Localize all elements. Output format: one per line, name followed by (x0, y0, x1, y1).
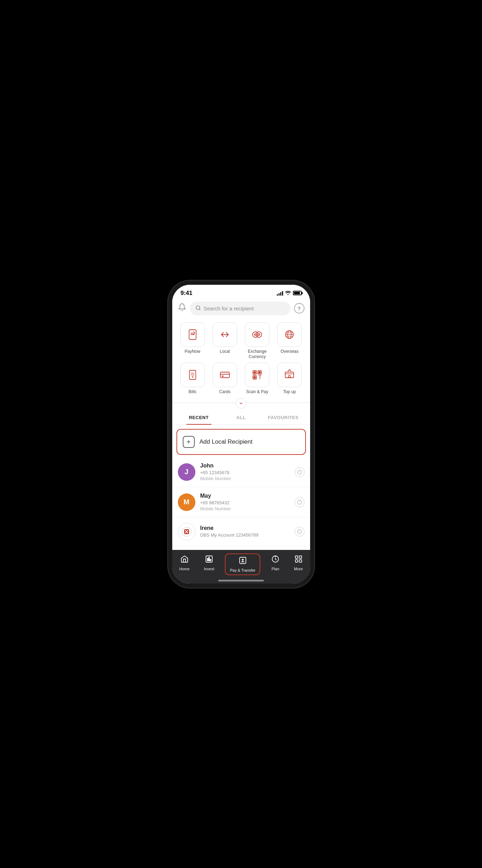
header-bar: Search for a recipient ? (172, 299, 310, 318)
irene-info: Irene DBS My Account 123456789 (200, 525, 290, 538)
action-bills[interactable]: $ Bills (178, 363, 207, 395)
overseas-label: Overseas (281, 349, 299, 355)
recipients-list: + Add Local Recipient J John +65 1234567… (172, 425, 310, 546)
phone-frame: 9:41 (172, 285, 310, 584)
svg-rect-22 (259, 371, 261, 374)
john-info-button[interactable] (295, 467, 304, 477)
svg-point-0 (196, 306, 200, 310)
svg-rect-42 (206, 556, 212, 562)
pay-transfer-label: Pay & Transfer (230, 568, 255, 572)
tab-favourites[interactable]: FAVOURITES (262, 411, 304, 424)
svg-rect-17 (222, 376, 224, 377)
john-type: Mobile Number (200, 476, 290, 481)
john-info: John +65 12345678 Mobile Number (200, 463, 290, 481)
nav-plan[interactable]: Plan (268, 553, 283, 572)
add-local-recipient-button[interactable]: + Add Local Recipient (176, 429, 306, 455)
tabs-row: RECENT ALL FAVOURITES (172, 411, 310, 425)
nav-more[interactable]: More (290, 553, 306, 572)
john-phone: +65 12345678 (200, 470, 290, 475)
action-topup[interactable]: Top up (275, 363, 304, 395)
svg-rect-47 (295, 556, 298, 558)
paynow-label: PayNow (185, 349, 200, 355)
topup-label: Top up (283, 389, 296, 395)
john-name: John (200, 463, 290, 469)
may-name: May (200, 493, 290, 499)
svg-rect-23 (254, 376, 256, 378)
topup-icon-box (277, 363, 302, 387)
action-local[interactable]: Local (210, 322, 240, 360)
may-info-button[interactable] (295, 497, 304, 507)
home-icon (180, 555, 189, 565)
quick-actions: PayNow Local $ (172, 318, 310, 395)
svg-rect-48 (299, 556, 302, 558)
irene-avatar (178, 523, 195, 540)
irene-name: Irene (200, 525, 290, 531)
status-time: 9:41 (181, 290, 193, 297)
svg-line-1 (199, 309, 200, 310)
wifi-icon (285, 290, 291, 296)
more-label: More (294, 567, 303, 571)
search-icon (195, 305, 201, 312)
overseas-icon-box (277, 322, 302, 347)
status-icons (277, 290, 302, 296)
invest-label: Invest (204, 567, 214, 571)
may-phone: +65 98765432 (200, 500, 290, 505)
home-label: Home (179, 567, 189, 571)
bell-icon[interactable] (178, 303, 186, 314)
local-icon-box (213, 322, 237, 347)
invest-icon (205, 555, 213, 565)
svg-rect-50 (299, 560, 302, 562)
svg-rect-26 (285, 372, 294, 378)
may-info: May +65 98765432 Mobile Number (200, 493, 290, 511)
search-bar[interactable]: Search for a recipient (190, 302, 290, 315)
bills-icon-box: $ (180, 363, 205, 387)
plan-label: Plan (272, 567, 279, 571)
irene-account: DBS My Account 123456789 (200, 532, 290, 538)
expand-button[interactable] (236, 398, 246, 409)
svg-rect-21 (254, 371, 256, 374)
add-local-label: Add Local Recipient (200, 438, 253, 445)
nav-pay-transfer[interactable]: Pay & Transfer (225, 553, 260, 575)
bills-label: Bills (189, 389, 196, 395)
action-overseas[interactable]: Overseas (275, 322, 304, 360)
svg-rect-15 (220, 372, 229, 378)
expand-row (172, 395, 310, 411)
nav-home[interactable]: Home (176, 553, 193, 572)
action-paynow[interactable]: PayNow (178, 322, 207, 360)
svg-text:$: $ (192, 375, 194, 378)
action-cards[interactable]: Cards (210, 363, 240, 395)
scanpay-label: Scan & Pay (246, 389, 268, 395)
help-icon[interactable]: ? (294, 303, 304, 314)
recipient-may[interactable]: M May +65 98765432 Mobile Number (172, 487, 310, 517)
plan-icon (271, 555, 280, 565)
john-avatar: J (178, 463, 195, 481)
svg-text:$: $ (256, 333, 258, 336)
svg-point-28 (288, 375, 290, 377)
pay-transfer-icon (239, 556, 247, 567)
cards-icon-box (213, 363, 237, 387)
local-label: Local (220, 349, 230, 355)
action-exchange[interactable]: $ Exchange Currency (242, 322, 272, 360)
exchange-label: Exchange Currency (242, 349, 272, 360)
recipient-irene[interactable]: Irene DBS My Account 123456789 (172, 517, 310, 546)
irene-info-button[interactable] (295, 527, 304, 537)
tab-recent[interactable]: RECENT (178, 411, 220, 424)
bottom-nav: Home Invest Pay & Transfer (172, 550, 310, 584)
may-avatar: M (178, 493, 195, 511)
actions-grid-row1: PayNow Local $ (178, 322, 304, 395)
may-type: Mobile Number (200, 506, 290, 511)
signal-icon (277, 291, 283, 296)
battery-icon (293, 291, 302, 295)
plus-icon: + (183, 436, 195, 448)
exchange-icon-box: $ (245, 322, 269, 347)
svg-rect-49 (295, 560, 298, 562)
cards-label: Cards (219, 389, 230, 395)
home-indicator (218, 580, 264, 581)
action-scanpay[interactable]: Scan & Pay (242, 363, 272, 395)
recipient-john[interactable]: J John +65 12345678 Mobile Number (172, 457, 310, 487)
paynow-icon-box (180, 322, 205, 347)
search-placeholder: Search for a recipient (204, 305, 254, 311)
status-bar: 9:41 (172, 285, 310, 299)
nav-invest[interactable]: Invest (200, 553, 217, 572)
tab-all[interactable]: ALL (220, 411, 262, 424)
